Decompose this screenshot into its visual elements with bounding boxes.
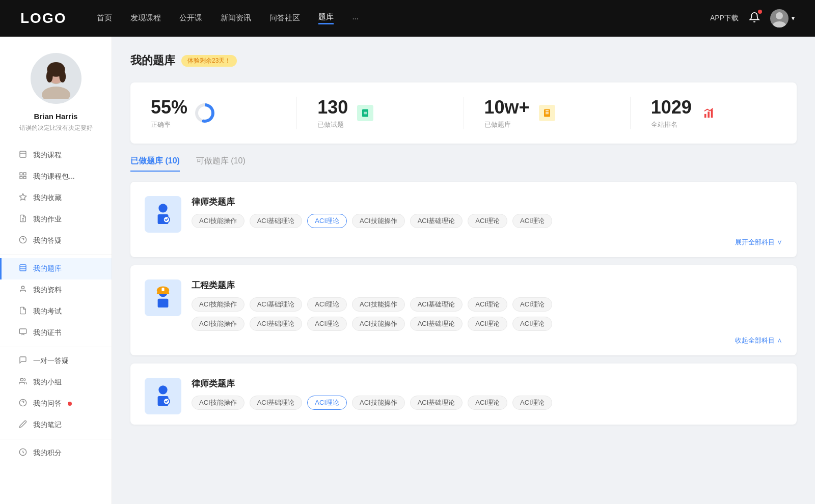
sidebar-item-group[interactable]: 我的小组 bbox=[0, 372, 112, 393]
sidebar-label-points: 我的积分 bbox=[33, 449, 62, 458]
tag-3-6[interactable]: ACI理论 bbox=[512, 396, 552, 410]
tag-2a-4[interactable]: ACI基础理论 bbox=[410, 297, 463, 312]
trial-badge: 体验剩余23天！ bbox=[181, 55, 237, 67]
tag-1-1[interactable]: ACI基础理论 bbox=[250, 214, 303, 228]
nav-discover[interactable]: 发现课程 bbox=[130, 13, 161, 24]
tag-2a-5[interactable]: ACI理论 bbox=[468, 297, 507, 312]
tag-3-4[interactable]: ACI基础理论 bbox=[410, 396, 463, 410]
stat-accuracy: 55% 正确率 bbox=[130, 97, 297, 129]
sidebar-item-1on1[interactable]: 一对一答疑 bbox=[0, 350, 112, 372]
tag-2b-2[interactable]: ACI理论 bbox=[307, 317, 347, 331]
qa-badge bbox=[68, 402, 72, 406]
nav-open-course[interactable]: 公开课 bbox=[179, 13, 202, 24]
sidebar-item-exam[interactable]: 我的考试 bbox=[0, 301, 112, 322]
nav-home[interactable]: 首页 bbox=[97, 13, 112, 24]
sidebar-item-notes[interactable]: 我的笔记 bbox=[0, 414, 112, 436]
green-doc-icon bbox=[357, 105, 373, 121]
tag-2a-0[interactable]: ACI技能操作 bbox=[192, 297, 244, 312]
sidebar-label-qbank: 我的题库 bbox=[33, 264, 62, 273]
done-q-label: 已做试题 bbox=[317, 120, 348, 129]
nav-news[interactable]: 新闻资讯 bbox=[221, 13, 251, 24]
tag-2b-6[interactable]: ACI理论 bbox=[512, 317, 552, 331]
sidebar-item-cert[interactable]: 我的证书 bbox=[0, 322, 112, 344]
tag-1-6[interactable]: ACI理论 bbox=[512, 214, 552, 228]
svg-rect-10 bbox=[20, 173, 22, 175]
sidebar-item-courses[interactable]: 我的课程 bbox=[0, 145, 112, 166]
avatar-image bbox=[770, 9, 789, 27]
sidebar-item-profile[interactable]: 我的资料 bbox=[0, 279, 112, 301]
tag-3-5[interactable]: ACI理论 bbox=[468, 396, 507, 410]
sidebar-item-points[interactable]: 我的积分 bbox=[0, 442, 112, 464]
navbar: LOGO 首页 发现课程 公开课 新闻资讯 问答社区 题库 ··· APP下载 … bbox=[0, 0, 815, 37]
tag-1-5[interactable]: ACI理论 bbox=[468, 214, 507, 228]
collapse-link-2[interactable]: 收起全部科目 ∧ bbox=[145, 336, 782, 345]
svg-rect-37 bbox=[711, 109, 713, 118]
star-icon bbox=[18, 193, 28, 203]
qbank-name-1: 律师类题库 bbox=[192, 196, 782, 208]
nav-question-bank[interactable]: 题库 bbox=[318, 12, 334, 24]
tag-2b-5[interactable]: ACI理论 bbox=[468, 317, 507, 331]
tag-2b-4[interactable]: ACI基础理论 bbox=[410, 317, 463, 331]
notification-bell[interactable] bbox=[749, 12, 760, 25]
ranking-label: 全站排名 bbox=[651, 120, 692, 129]
sidebar-item-qbank[interactable]: 我的题库 bbox=[0, 258, 112, 279]
sidebar-item-myqa[interactable]: 我的问答 bbox=[0, 393, 112, 414]
nav-more[interactable]: ··· bbox=[352, 14, 359, 23]
tag-2b-0[interactable]: ACI技能操作 bbox=[192, 317, 244, 331]
tag-2a-3[interactable]: ACI技能操作 bbox=[352, 297, 405, 312]
qbank-header-2: 工程类题库 ACI技能操作 ACI基础理论 ACI理论 ACI技能操作 ACI基… bbox=[145, 279, 782, 331]
svg-point-38 bbox=[158, 204, 167, 212]
chevron-down-icon: ▾ bbox=[792, 15, 795, 22]
sidebar-label-course-package: 我的课程包... bbox=[33, 172, 75, 181]
svg-point-1 bbox=[773, 21, 786, 27]
sidebar-menu: 我的课程 我的课程包... 我的收藏 我的作业 bbox=[0, 145, 112, 464]
qbank-header-1: 律师类题库 ACI技能操作 ACI基础理论 ACI理论 ACI技能操作 ACI基… bbox=[145, 196, 782, 233]
tag-2a-1[interactable]: ACI基础理论 bbox=[250, 297, 303, 312]
sidebar-item-course-package[interactable]: 我的课程包... bbox=[0, 166, 112, 187]
tag-2b-1[interactable]: ACI基础理论 bbox=[250, 317, 303, 331]
qbank-card-1: 律师类题库 ACI技能操作 ACI基础理论 ACI理论 ACI技能操作 ACI基… bbox=[130, 182, 797, 257]
nav-qa[interactable]: 问答社区 bbox=[269, 13, 300, 24]
tag-1-2[interactable]: ACI理论 bbox=[307, 214, 347, 228]
tab-todo[interactable]: 可做题库 (10) bbox=[196, 156, 246, 172]
page-header: 我的题库 体验剩余23天！ bbox=[130, 53, 797, 68]
tag-3-2[interactable]: ACI理论 bbox=[307, 396, 347, 410]
logo[interactable]: LOGO bbox=[20, 10, 66, 26]
tag-2a-2[interactable]: ACI理论 bbox=[307, 297, 347, 312]
sidebar-item-homework[interactable]: 我的作业 bbox=[0, 209, 112, 230]
done-b-icon bbox=[537, 103, 557, 123]
qbank-header-3: 律师类题库 ACI技能操作 ACI基础理论 ACI理论 ACI技能操作 ACI基… bbox=[145, 378, 782, 414]
divider-1 bbox=[0, 255, 112, 255]
svg-marker-14 bbox=[19, 193, 26, 200]
tag-row-3: ACI技能操作 ACI基础理论 ACI理论 ACI技能操作 ACI基础理论 AC… bbox=[192, 396, 782, 410]
svg-point-3 bbox=[42, 87, 70, 99]
tag-1-4[interactable]: ACI基础理论 bbox=[410, 214, 463, 228]
sidebar-label-qa: 我的答疑 bbox=[33, 236, 62, 245]
tag-1-3[interactable]: ACI技能操作 bbox=[352, 214, 405, 228]
svg-point-24 bbox=[20, 378, 23, 381]
svg-rect-35 bbox=[704, 114, 707, 118]
tag-3-0[interactable]: ACI技能操作 bbox=[192, 396, 244, 410]
app-download-btn[interactable]: APP下载 bbox=[710, 14, 739, 23]
qbank-icon-engineer bbox=[145, 279, 181, 316]
svg-rect-36 bbox=[708, 111, 710, 118]
svg-rect-45 bbox=[161, 288, 164, 291]
tag-2b-3[interactable]: ACI技能操作 bbox=[352, 317, 405, 331]
sidebar-item-favorites[interactable]: 我的收藏 bbox=[0, 187, 112, 209]
done-q-icon bbox=[355, 103, 375, 123]
tag-1-0[interactable]: ACI技能操作 bbox=[192, 214, 244, 228]
expand-link-1[interactable]: 展开全部科目 ∨ bbox=[145, 238, 782, 247]
sidebar-item-qa[interactable]: 我的答疑 bbox=[0, 230, 112, 251]
svg-point-7 bbox=[59, 70, 66, 82]
done-b-label: 已做题库 bbox=[484, 120, 530, 129]
tag-3-1[interactable]: ACI基础理论 bbox=[250, 396, 303, 410]
divider-2 bbox=[0, 347, 112, 347]
sidebar-label-favorites: 我的收藏 bbox=[33, 193, 62, 203]
user-avatar-nav[interactable]: ▾ bbox=[770, 9, 795, 27]
tag-3-3[interactable]: ACI技能操作 bbox=[352, 396, 405, 410]
sidebar-label-homework: 我的作业 bbox=[33, 215, 62, 224]
qbank-info-2: 工程类题库 ACI技能操作 ACI基础理论 ACI理论 ACI技能操作 ACI基… bbox=[192, 279, 782, 331]
tag-2a-6[interactable]: ACI理论 bbox=[512, 297, 552, 312]
notes-icon bbox=[18, 420, 28, 430]
tab-done[interactable]: 已做题库 (10) bbox=[130, 156, 180, 172]
